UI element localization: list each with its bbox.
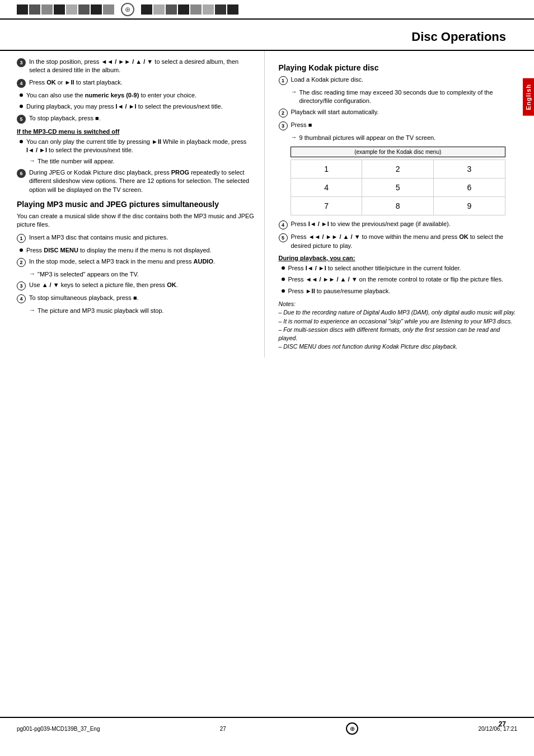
step-6: 6 During JPEG or Kodak Picture disc play… bbox=[17, 168, 256, 194]
bullet-text: You can also use the numeric keys (0-9) … bbox=[26, 91, 196, 100]
note-4: – DISC MENU does not function during Kod… bbox=[279, 342, 518, 351]
arrow-symbol: → bbox=[29, 270, 35, 279]
step-number-5: 5 bbox=[17, 115, 26, 124]
arrow-symbol: → bbox=[29, 157, 35, 166]
arrow-title-number: → The title number will appear. bbox=[29, 157, 256, 166]
table-cell: 9 bbox=[434, 197, 505, 215]
kodak-step-2: 2 Playback will start automatically. bbox=[279, 108, 518, 118]
mp3-step-3: 3 Use ▲ / ▼ keys to select a picture fil… bbox=[17, 281, 256, 290]
arrow-symbol: → bbox=[29, 307, 35, 315]
step-3: 3 In the stop position, press ◄◄ / ►► / … bbox=[17, 58, 256, 75]
step-6-text: During JPEG or Kodak Picture disc playba… bbox=[29, 168, 256, 194]
kodak-step-2-text: Playback will start automatically. bbox=[291, 108, 379, 116]
deco-block bbox=[41, 4, 53, 15]
deco-block bbox=[54, 4, 65, 15]
deco-block bbox=[227, 4, 238, 15]
arrow-text: The picture and MP3 music playback will … bbox=[38, 307, 164, 315]
step-number-4: 4 bbox=[17, 79, 26, 88]
mp3-step-4-text: To stop simultaneous playback, press ■. bbox=[29, 294, 139, 302]
bullet-dot bbox=[20, 105, 23, 108]
page-title: Disc Operations bbox=[411, 30, 506, 44]
step-4-text: Press OK or ►II to start playback. bbox=[29, 78, 123, 87]
bullet-text: During playback, you may press I◄ / ►I t… bbox=[26, 102, 223, 111]
mp3-arrow-stop: → The picture and MP3 music playback wil… bbox=[29, 307, 256, 315]
kodak-step-5: 5 Press ◄◄ / ►► / ▲ / ▼ to move within t… bbox=[279, 233, 518, 250]
bottom-left-text: pg001-pg039-MCD139B_37_Eng bbox=[17, 726, 100, 732]
kodak-table-area: (example for the Kodak disc menu) 1 2 3 … bbox=[291, 147, 505, 215]
arrow-symbol: → bbox=[291, 88, 297, 106]
bullet-dot bbox=[20, 140, 23, 143]
arrow-text: The title number will appear. bbox=[38, 157, 115, 166]
kodak-step-number-5: 5 bbox=[279, 233, 288, 242]
kodak-step-1: 1 Load a Kodak picture disc. bbox=[279, 76, 518, 85]
during-playback-header: During playback, you can: bbox=[279, 255, 518, 261]
deco-block bbox=[178, 4, 189, 15]
kodak-step-number-3: 3 bbox=[279, 121, 288, 130]
mp3-step-3-text: Use ▲ / ▼ keys to select a picture file,… bbox=[29, 281, 178, 289]
deco-block bbox=[103, 4, 114, 15]
right-deco-blocks bbox=[141, 4, 238, 15]
deco-block bbox=[66, 4, 77, 15]
mp3-step-1: 1 Insert a MP3 disc that contains music … bbox=[17, 233, 256, 243]
table-cell: 2 bbox=[362, 160, 434, 179]
step-number-6: 6 bbox=[17, 169, 26, 178]
bottom-page-num: 27 bbox=[220, 726, 226, 732]
bullet-text: Press DISC MENU to display the menu if t… bbox=[26, 246, 212, 255]
table-cell: 4 bbox=[291, 179, 362, 197]
table-row: 4 5 6 bbox=[291, 179, 505, 197]
bullet-prev-next: During playback, you may press I◄ / ►I t… bbox=[17, 102, 256, 111]
bullet-text: Press ◄◄ / ►► / ▲ / ▼ on the remote cont… bbox=[288, 275, 504, 284]
deco-block bbox=[91, 4, 102, 15]
arrow-text: "MP3 is selected" appears on the TV. bbox=[38, 270, 139, 279]
bullet-text: You can only play the current title by p… bbox=[26, 138, 256, 155]
bottom-bar: pg001-pg039-MCD139B_37_Eng 27 ⊕ 20/12/06… bbox=[0, 717, 534, 739]
during-bullet-rotate: Press ◄◄ / ►► / ▲ / ▼ on the remote cont… bbox=[279, 275, 518, 284]
bullet-dot bbox=[282, 278, 285, 281]
left-column: 3 In the stop position, press ◄◄ / ►► / … bbox=[17, 51, 265, 358]
kodak-arrow-reading-time: → The disc reading time may exceed 30 se… bbox=[291, 88, 518, 106]
bullet-text: Press I◄ / ►I to select another title/pi… bbox=[288, 264, 461, 273]
bullet-dot bbox=[282, 289, 285, 293]
table-cell: 6 bbox=[434, 179, 505, 197]
notes-section: Notes: – Due to the recording nature of … bbox=[279, 300, 518, 351]
subsection-mp3-off: If the MP3-CD menu is switched off bbox=[17, 128, 256, 135]
bullet-dot bbox=[20, 93, 23, 97]
mp3-bullet-disc-menu: Press DISC MENU to display the menu if t… bbox=[17, 246, 256, 255]
mp3-jpeg-section-header: Playing MP3 music and JPEG pictures simu… bbox=[17, 200, 256, 209]
bullet-dot bbox=[20, 248, 23, 252]
mp3-jpeg-intro: You can create a musical slide show if t… bbox=[17, 212, 256, 229]
mp3-step-1-text: Insert a MP3 disc that contains music an… bbox=[29, 233, 168, 242]
step-number-3: 3 bbox=[17, 58, 26, 67]
step-5: 5 To stop playback, press ■. bbox=[17, 114, 256, 124]
right-column: Playing Kodak picture disc 1 Load a Koda… bbox=[276, 51, 518, 358]
mp3-step-4: 4 To stop simultaneous playback, press ■… bbox=[17, 294, 256, 303]
mp3-step-number-4: 4 bbox=[17, 294, 26, 303]
kodak-arrow-thumbnail: → 9 thumbnail pictures will appear on th… bbox=[291, 134, 518, 142]
language-tab: English bbox=[523, 78, 534, 116]
kodak-step-number-1: 1 bbox=[279, 76, 288, 85]
notes-label: Notes: bbox=[279, 300, 518, 308]
mp3-step-2: 2 In the stop mode, select a MP3 track i… bbox=[17, 257, 256, 267]
deco-block bbox=[166, 4, 177, 15]
during-bullet-select-title: Press I◄ / ►I to select another title/pi… bbox=[279, 264, 518, 273]
main-content: 3 In the stop position, press ◄◄ / ►► / … bbox=[0, 51, 534, 358]
during-bullet-pause: Press ►II to pause/resume playback. bbox=[279, 287, 518, 295]
table-cell: 1 bbox=[291, 160, 362, 179]
page-title-area: Disc Operations bbox=[0, 20, 534, 51]
kodak-step-4: 4 Press I◄ / ►I to view the previous/nex… bbox=[279, 220, 518, 229]
mp3-step-number-1: 1 bbox=[17, 234, 26, 243]
table-cell: 7 bbox=[291, 197, 362, 215]
sub-bullet-current-title: You can only play the current title by p… bbox=[17, 138, 256, 155]
note-1: – Due to the recording nature of Digital… bbox=[279, 308, 518, 317]
bullet-dot bbox=[282, 266, 285, 270]
deco-block bbox=[190, 4, 202, 15]
bottom-right-text: 20/12/06, 17:21 bbox=[478, 726, 517, 732]
table-row: 7 8 9 bbox=[291, 197, 505, 215]
kodak-step-3: 3 Press ■ bbox=[279, 121, 518, 130]
table-cell: 3 bbox=[434, 160, 505, 179]
kodak-step-number-2: 2 bbox=[279, 109, 288, 118]
bullet-text: Press ►II to pause/resume playback. bbox=[288, 287, 391, 295]
arrow-text: 9 thumbnail pictures will appear on the … bbox=[299, 134, 436, 142]
deco-block bbox=[141, 4, 152, 15]
kodak-step-3-text: Press ■ bbox=[291, 121, 312, 129]
